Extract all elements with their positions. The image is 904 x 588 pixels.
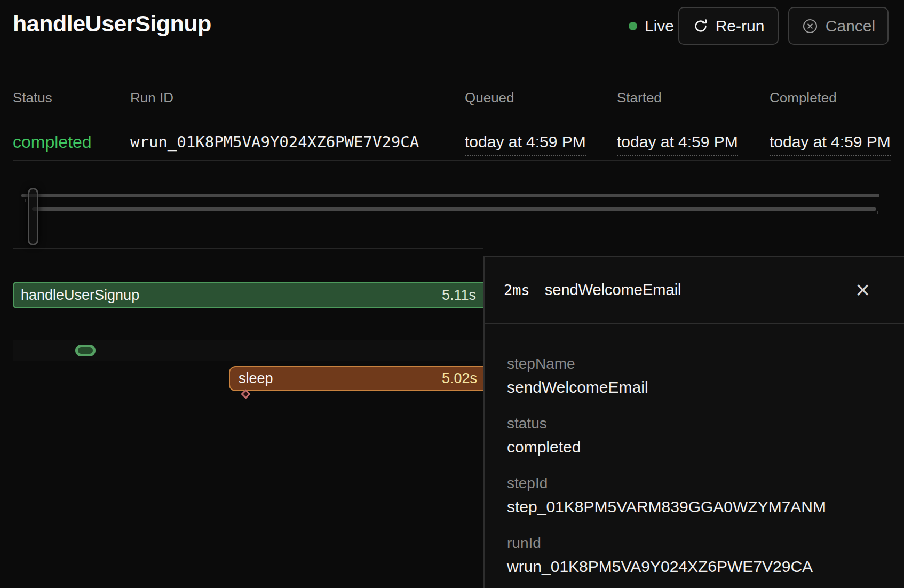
workflow-run-page: handleUserSignup Live Re-run Cancel Stat… <box>0 0 904 588</box>
meta-completed: Completed today at 4:59 PM <box>770 90 837 106</box>
refresh-icon <box>693 18 709 34</box>
page-title: handleUserSignup <box>13 11 211 37</box>
step-duration-badge: 2ms <box>504 282 530 298</box>
live-indicator[interactable]: Live <box>629 7 674 45</box>
meta-started: Started today at 4:59 PM <box>617 90 662 106</box>
meta-completed-label: Completed <box>770 90 837 106</box>
live-dot-icon <box>629 22 637 30</box>
meta-status-label: Status <box>13 90 52 106</box>
run-id-value: wrun_01K8PM5VA9Y024XZ6PWE7V29CA <box>130 132 419 152</box>
queued-timestamp[interactable]: today at 4:59 PM <box>465 132 586 156</box>
minimap-bar-run[interactable] <box>21 194 879 197</box>
span-bar-duration: 5.11s <box>442 287 483 304</box>
field-value: completed <box>507 437 885 457</box>
meta-run-id: Run ID wrun_01K8PM5VA9Y024XZ6PWE7V29CA <box>130 90 173 106</box>
step-detail-title: sendWelcomeEmail <box>545 281 681 299</box>
meta-queued: Queued today at 4:59 PM <box>465 90 514 106</box>
field-label: runId <box>507 534 885 552</box>
span-bar-handleusersignup[interactable]: handleUserSignup 5.11s <box>13 282 483 308</box>
meta-status: Status completed <box>13 90 52 106</box>
rerun-button-label: Re-run <box>716 17 765 35</box>
span-bar-sleep[interactable]: sleep 5.02s <box>229 366 483 391</box>
live-label: Live <box>645 17 674 35</box>
span-bar-label: sleep <box>230 370 273 387</box>
run-status-value: completed <box>13 132 92 152</box>
minimap-marker-start <box>25 199 26 202</box>
field-stepname: stepName sendWelcomeEmail <box>507 355 885 398</box>
completed-timestamp[interactable]: today at 4:59 PM <box>770 132 891 156</box>
field-runid: runId wrun_01K8PM5VA9Y024XZ6PWE7V29CA <box>507 534 885 577</box>
step-detail-panel: 2ms sendWelcomeEmail × stepName sendWelc… <box>483 256 904 588</box>
minimap-marker-end <box>877 211 878 214</box>
field-label: status <box>507 415 885 433</box>
field-value: step_01K8PM5VARM839GGA0WZYM7ANM <box>507 497 885 517</box>
cancel-button-label: Cancel <box>826 17 875 35</box>
span-bar-duration: 5.02s <box>442 370 483 387</box>
field-label: stepName <box>507 355 885 373</box>
rerun-button[interactable]: Re-run <box>678 7 779 45</box>
span-pill-sendwelcomeemail[interactable] <box>75 345 96 356</box>
field-status: status completed <box>507 415 885 457</box>
waterfall-top-border <box>13 248 483 249</box>
field-value: sendWelcomeEmail <box>507 377 885 398</box>
meta-run-id-label: Run ID <box>130 90 173 106</box>
header-divider <box>13 160 891 161</box>
close-icon[interactable]: × <box>855 279 870 300</box>
circle-x-icon <box>802 18 819 35</box>
field-stepid: stepId step_01K8PM5VARM839GGA0WZYM7ANM <box>507 474 885 517</box>
timeline-scrubber-handle[interactable] <box>28 188 38 245</box>
started-timestamp[interactable]: today at 4:59 PM <box>617 132 738 156</box>
span-bar-label: handleUserSignup <box>14 287 139 304</box>
step-detail-body: stepName sendWelcomeEmail status complet… <box>485 324 904 577</box>
meta-queued-label: Queued <box>465 90 514 106</box>
meta-started-label: Started <box>617 90 662 106</box>
field-value: wrun_01K8PM5VA9Y024XZ6PWE7V29CA <box>507 557 885 577</box>
minimap-bar-sleep[interactable] <box>32 207 876 211</box>
cancel-button[interactable]: Cancel <box>788 7 889 45</box>
step-detail-header: 2ms sendWelcomeEmail × <box>485 257 904 324</box>
field-label: stepId <box>507 474 885 492</box>
